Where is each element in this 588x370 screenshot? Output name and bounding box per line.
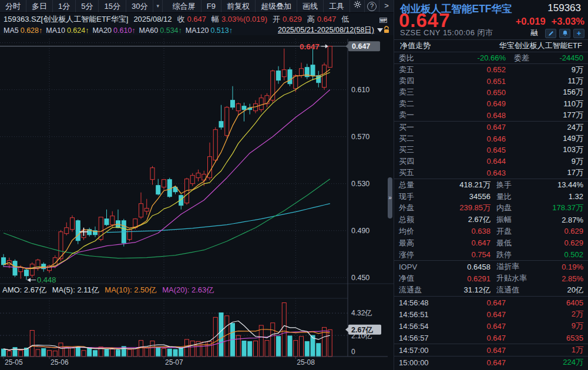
stat-row: 现手34556量比1.32 (394, 191, 588, 203)
change-pct: +3.03% (552, 16, 584, 26)
stat-row: 总量418.21万换手13.44% (394, 179, 588, 191)
alert-bell-icon[interactable] (559, 29, 570, 38)
panel-collapse-handle[interactable]: » (388, 177, 392, 218)
vol-ma5-value: MA(5): 2.11亿 (52, 285, 99, 294)
trade-row: 14:56:480.6476405 (394, 297, 588, 308)
tab-5min[interactable]: 5分 (76, 0, 99, 12)
trade-date: 2025/08/12 (133, 15, 172, 23)
vol-ma10-value: MA(10): 2.50亿 (105, 285, 156, 294)
ma-legend-bar: MA50.628↑ MA100.624↑ MA200.610↑ MA600.53… (0, 25, 394, 35)
security-code: 159363 (547, 2, 581, 14)
svg-text:0.610: 0.610 (351, 86, 369, 94)
svg-text:25-07: 25-07 (165, 358, 183, 366)
kline-chart-area[interactable]: 0.6100.5700.5300.4900.45025-0525-0625-07… (0, 35, 394, 370)
more-periods-icon[interactable]: ▾ (153, 0, 163, 12)
tab-fenshi[interactable]: 分时 (0, 0, 26, 12)
volume-legend: AMO: 2.67亿 MA(5): 2.11亿 MA(10): 2.50亿 MA… (2, 285, 217, 295)
tab-30min[interactable]: 30分 (126, 0, 153, 12)
bid-row-5[interactable]: 买五0.64317万 (394, 167, 588, 179)
ask-row-3[interactable]: 卖三0.650156万 (394, 87, 588, 98)
chevron-right-icon[interactable]: > (379, 0, 394, 12)
amo-value: AMO: 2.67亿 (2, 285, 46, 294)
menu-forward-adjust[interactable]: 前复权 (221, 0, 256, 12)
date-range-selector[interactable]: 2025/05/21-2025/08/12(58日) (278, 25, 374, 35)
svg-text:0: 0 (351, 348, 355, 356)
bid-row-4[interactable]: 买四0.6449万 (394, 156, 588, 167)
trading-terminal: 分时 多日 1分 5分 15分 30分 ▾ 综合屏 F9 前复权 超级叠加 画线… (0, 0, 588, 370)
trade-row: 14:56:540.6479万 (394, 320, 588, 332)
ask-row-2[interactable]: 卖二0.649110万 (394, 98, 588, 109)
stat-row: 流通盘31.12亿流通值20亿 (394, 284, 588, 296)
add-icon[interactable]: + (573, 29, 584, 38)
menu-composite-screen[interactable]: 综合屏 (167, 0, 201, 12)
help-icon[interactable]: ? (365, 0, 379, 12)
weibi-value: -20.66% (433, 53, 506, 62)
high-value: 0.647 (317, 15, 337, 23)
change-abs: +0.019 (516, 16, 546, 26)
svg-text:25-05: 25-05 (5, 358, 23, 366)
svg-text:0.490: 0.490 (351, 227, 369, 235)
edit-icon[interactable] (545, 29, 556, 38)
lock-icon[interactable] (383, 26, 390, 35)
symbol-label: 159363.SZ[创业板人工智能ETF华宝] (4, 14, 128, 25)
weibi-row: 委比 -20.66% 委差 -24450 (394, 52, 588, 63)
open-value: 0.629 (283, 15, 302, 23)
wp-monitor-icon[interactable]: WP (379, 15, 391, 23)
tab-15min[interactable]: 15分 (99, 0, 126, 12)
bid-row-1[interactable]: 买一0.64724万 (394, 122, 588, 133)
weicha-value: -24450 (529, 53, 583, 62)
change-value: 3.03%(0.019) (221, 15, 267, 23)
stat-row: 最高0.647最低0.629 (394, 237, 588, 249)
stat-row: 均价0.638开盘0.629 (394, 226, 588, 237)
menu-f9[interactable]: F9 (201, 0, 221, 12)
svg-text:0.570: 0.570 (351, 133, 369, 141)
svg-text:0.647: 0.647 (300, 42, 320, 51)
market-status: SZSE CNY 15:00:06 闭市 (400, 28, 493, 38)
close-value: 0.647 (187, 15, 206, 23)
stat-row: 外盘239.85万内盘178.37万 (394, 203, 588, 214)
ask-row-5[interactable]: 卖五0.6529万 (394, 64, 588, 75)
svg-text:2.67亿: 2.67亿 (351, 326, 373, 334)
svg-text:0.647: 0.647 (352, 42, 370, 51)
trade-row: 14:57:000.6471万 (394, 344, 588, 356)
stat-row: 涨停0.754跌停0.502 (394, 249, 588, 261)
tab-1min[interactable]: 1分 (53, 0, 76, 12)
menu-tools[interactable]: 工具 (324, 0, 350, 12)
period-toolbar: 分时 多日 1分 5分 15分 30分 ▾ 综合屏 F9 前复权 超级叠加 画线… (0, 0, 394, 13)
svg-text:25-08: 25-08 (297, 358, 315, 366)
nav-tabs-row: 净值走势 华宝创业板人工智能ETF (394, 40, 588, 52)
margin-badge[interactable]: 融 (531, 28, 539, 38)
svg-text:25-06: 25-06 (51, 358, 69, 366)
bid-row-3[interactable]: 买三0.645103万 (394, 144, 588, 156)
symbol-info-bar: 159363.SZ[创业板人工智能ETF华宝] 2025/08/12 收0.64… (0, 13, 394, 25)
vol-ma20-value: MA(20): 2.63亿 (162, 285, 214, 294)
tab-nav-trend[interactable]: 净值走势 (400, 41, 431, 51)
menu-super-overlay[interactable]: 超级叠加 (256, 0, 297, 12)
chart-panel: 分时 多日 1分 5分 15分 30分 ▾ 综合屏 F9 前复权 超级叠加 画线… (0, 0, 394, 370)
ask-row-4[interactable]: 卖四0.65111万 (394, 75, 588, 86)
menu-draw-line[interactable]: 画线 (297, 0, 324, 12)
bid-row-2[interactable]: 买二0.646149万 (394, 133, 588, 144)
svg-text:4.32亿: 4.32亿 (351, 309, 372, 317)
svg-text:0.530: 0.530 (351, 180, 369, 188)
stat-row: IOPV0.6458溢折率0.19% (394, 261, 588, 273)
ask-row-1[interactable]: 卖一0.648177万 (394, 110, 588, 121)
range-dropdown-icon[interactable] (377, 28, 383, 32)
gear-icon[interactable] (350, 0, 365, 12)
quote-header: 创业板人工智能ETF华宝 159363 0.647 +0.019+3.03% S… (394, 0, 588, 40)
stat-row: 净值0.6291升贴水率2.85% (394, 273, 588, 284)
trade-row: 14:56:510.6472万 (394, 308, 588, 320)
svg-text:0.448: 0.448 (37, 275, 56, 284)
stat-row: 总额2.67亿振幅2.87% (394, 214, 588, 226)
trade-row: 14:56:570.6476535 (394, 332, 588, 344)
price-change: +0.019+3.03% (510, 16, 584, 27)
trade-row: 15:00:000.647224万 (394, 356, 588, 368)
quote-panel: 创业板人工智能ETF华宝 159363 0.647 +0.019+3.03% S… (394, 0, 588, 370)
fund-full-name: 华宝创业板人工智能ETF (499, 41, 582, 51)
tab-duori[interactable]: 多日 (26, 0, 53, 12)
kline-chart[interactable]: 0.6100.5700.5300.4900.45025-0525-0625-07… (0, 35, 394, 370)
svg-text:0.450: 0.450 (351, 274, 369, 282)
